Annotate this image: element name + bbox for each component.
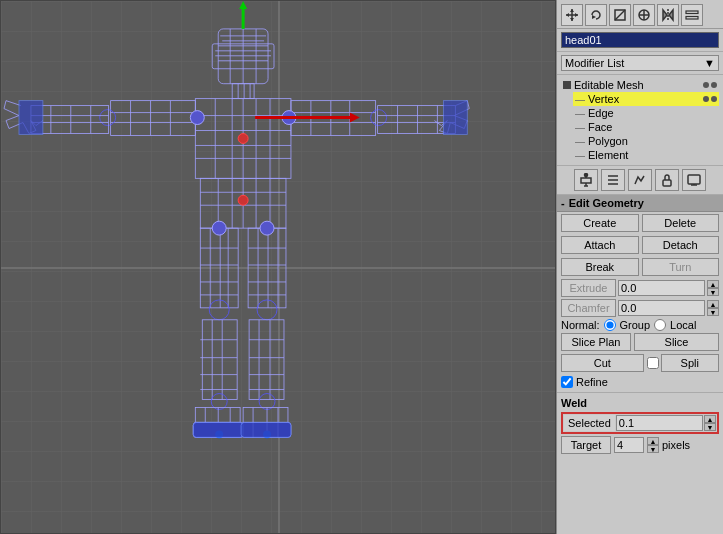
tree-dash-face: —	[575, 122, 585, 133]
modifier-tree: Editable Mesh — Vertex — Edge — Face	[557, 75, 723, 166]
normal-radio-group[interactable]	[604, 319, 616, 331]
toolbar-btn-2[interactable]	[585, 4, 607, 26]
cut-spli-row: Cut Spli	[557, 352, 723, 374]
tree-item-face[interactable]: — Face	[573, 120, 719, 134]
refine-label: Refine	[576, 376, 608, 388]
svg-rect-116	[193, 422, 243, 437]
character-wireframe	[1, 1, 555, 533]
svg-rect-137	[581, 178, 591, 183]
create-button[interactable]: Create	[561, 214, 639, 232]
tree-dash-vertex: —	[575, 94, 585, 105]
svg-point-141	[585, 174, 588, 177]
local-label: Local	[670, 319, 696, 331]
extrude-input[interactable]	[618, 280, 705, 296]
detach-button[interactable]: Detach	[642, 236, 720, 254]
chamfer-input[interactable]	[618, 300, 705, 316]
toolbar-btn-5[interactable]	[657, 4, 679, 26]
spli-checkbox[interactable]	[647, 357, 659, 369]
toolbar-btn-1[interactable]	[561, 4, 583, 26]
tree-label-element: Element	[588, 149, 628, 161]
chamfer-button[interactable]: Chamfer	[561, 299, 616, 317]
pixels-label: pixels	[662, 439, 690, 451]
chamfer-spinner[interactable]: ▲ ▼	[707, 300, 719, 316]
target-spinner[interactable]: ▲ ▼	[647, 437, 659, 453]
3d-viewport[interactable]	[0, 0, 556, 534]
object-name-input[interactable]	[561, 32, 719, 48]
tree-bullet-2	[711, 82, 717, 88]
tree-label-polygon: Polygon	[588, 135, 628, 147]
svg-point-108	[238, 134, 248, 144]
target-input[interactable]	[614, 437, 644, 453]
extrude-up[interactable]: ▲	[707, 280, 719, 288]
target-row: Target ▲ ▼ pixels	[557, 435, 723, 455]
weld-header: Weld	[557, 395, 723, 411]
right-panel: Modifier List ▼ Editable Mesh — Vertex —	[556, 0, 723, 534]
slice-button[interactable]: Slice	[634, 333, 719, 351]
target-down[interactable]: ▼	[647, 445, 659, 453]
refine-row: Refine	[557, 374, 723, 390]
sub-tool-display[interactable]	[682, 169, 706, 191]
svg-rect-118	[19, 101, 43, 135]
tree-item-element[interactable]: — Element	[573, 148, 719, 162]
normal-row: Normal: Group Local	[557, 318, 723, 332]
extrude-down[interactable]: ▼	[707, 288, 719, 296]
edit-geometry-header[interactable]: - Edit Geometry	[557, 195, 723, 212]
extrude-spinner[interactable]: ▲ ▼	[707, 280, 719, 296]
delete-button[interactable]: Delete	[642, 214, 720, 232]
tree-item-editable-mesh[interactable]: Editable Mesh	[561, 78, 719, 92]
tree-item-edge[interactable]: — Edge	[573, 106, 719, 120]
toolbar-btn-4[interactable]	[633, 4, 655, 26]
sub-tool-pin[interactable]	[574, 169, 598, 191]
toolbar	[557, 0, 723, 29]
tree-label-face: Face	[588, 121, 612, 133]
weld-selected-up[interactable]: ▲	[704, 415, 716, 423]
spli-button[interactable]: Spli	[661, 354, 720, 372]
break-button[interactable]: Break	[561, 258, 639, 276]
target-up[interactable]: ▲	[647, 437, 659, 445]
refine-checkbox[interactable]	[561, 376, 573, 388]
svg-rect-135	[686, 11, 698, 14]
tree-dash-edge: —	[575, 108, 585, 119]
svg-point-75	[211, 394, 227, 410]
weld-selected-button[interactable]: Selected	[564, 415, 615, 431]
toolbar-btn-3[interactable]	[609, 4, 631, 26]
sub-tool-lock[interactable]	[655, 169, 679, 191]
svg-rect-33	[111, 101, 196, 136]
svg-marker-123	[570, 18, 574, 21]
extrude-row: Extrude ▲ ▼	[557, 278, 723, 298]
normal-radio-local[interactable]	[654, 319, 666, 331]
slice-plan-button[interactable]: Slice Plan	[561, 333, 631, 351]
svg-point-90	[257, 300, 277, 320]
svg-marker-124	[566, 13, 569, 17]
attach-button[interactable]: Attach	[561, 236, 639, 254]
cut-button[interactable]: Cut	[561, 354, 644, 372]
svg-point-67	[209, 300, 229, 320]
modifier-list-dropdown[interactable]: Modifier List ▼	[561, 55, 719, 71]
toolbar-btn-6[interactable]	[681, 4, 703, 26]
svg-marker-125	[575, 13, 578, 17]
chamfer-row: Chamfer ▲ ▼	[557, 298, 723, 318]
turn-button[interactable]: Turn	[642, 258, 720, 276]
tree-item-polygon[interactable]: — Polygon	[573, 134, 719, 148]
svg-point-52	[371, 110, 387, 126]
create-delete-row: Create Delete	[557, 212, 723, 234]
weld-selected-down[interactable]: ▼	[704, 423, 716, 431]
extrude-button[interactable]: Extrude	[561, 279, 616, 297]
svg-marker-113	[350, 113, 360, 123]
weld-selected-input[interactable]	[616, 415, 703, 431]
chamfer-up[interactable]: ▲	[707, 300, 719, 308]
edit-geometry-panel: - Edit Geometry Create Delete Attach Det…	[557, 195, 723, 534]
sub-tool-hierarchy[interactable]	[601, 169, 625, 191]
sub-tool-wire[interactable]	[628, 169, 652, 191]
chamfer-down[interactable]: ▼	[707, 308, 719, 316]
weld-selected-box: Selected ▲ ▼	[561, 412, 719, 434]
target-button[interactable]: Target	[561, 436, 611, 454]
svg-rect-117	[241, 422, 291, 437]
tree-label-editable-mesh: Editable Mesh	[574, 79, 644, 91]
svg-rect-146	[688, 175, 700, 184]
tree-item-vertex[interactable]: — Vertex	[573, 92, 719, 106]
svg-rect-91	[249, 320, 284, 400]
slice-row: Slice Plan Slice	[557, 332, 723, 352]
weld-selected-spinner[interactable]: ▲ ▼	[704, 415, 716, 431]
svg-point-106	[212, 221, 226, 235]
